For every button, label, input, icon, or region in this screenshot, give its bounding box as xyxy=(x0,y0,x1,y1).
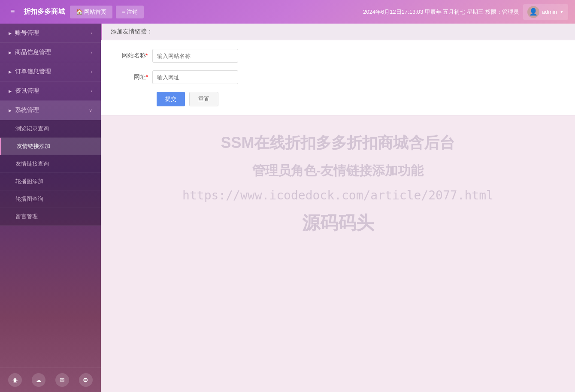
account-arrow-icon: › xyxy=(91,30,92,36)
header: ≡ 折扣多多商城 🏠 网站首页 ≡ 注销 2024年6月12日17:13:03 … xyxy=(0,0,575,24)
footer-icon-1[interactable]: ◉ xyxy=(8,373,22,387)
order-icon: ▸ xyxy=(9,68,12,75)
news-icon: ▸ xyxy=(9,87,12,94)
sidebar-item-link-query[interactable]: 友情链接查询 xyxy=(0,155,101,173)
footer-icon-3[interactable]: ✉ xyxy=(55,373,69,387)
url-label: 网址* xyxy=(114,73,152,81)
site-title: 折扣多多商城 xyxy=(24,7,65,16)
home-button[interactable]: 🏠 网站首页 xyxy=(70,6,113,18)
sidebar-item-system[interactable]: ▸ 系统管理 ∨ xyxy=(0,101,101,120)
menu-toggle-button[interactable]: ≡ xyxy=(7,6,18,18)
browse-label: 浏览记录查询 xyxy=(15,125,49,132)
header-nav: 🏠 网站首页 ≡ 注销 xyxy=(70,6,144,18)
sidebar-item-carousel-add[interactable]: 轮播图添加 xyxy=(0,173,101,190)
carousel-add-label: 轮播图添加 xyxy=(15,178,43,184)
required-star-name: * xyxy=(146,52,148,59)
link-query-label: 友情链接查询 xyxy=(15,160,49,167)
carousel-query-label: 轮播图查询 xyxy=(15,196,43,202)
sidebar-item-browse[interactable]: 浏览记录查询 xyxy=(0,120,101,138)
product-arrow-icon: › xyxy=(91,50,92,55)
sidebar-footer: ◉ ☁ ✉ ⚙ xyxy=(0,368,101,392)
form-panel-header: 添加友情链接： xyxy=(101,24,575,40)
sidebar-item-news[interactable]: ▸ 资讯管理 › xyxy=(0,81,101,101)
order-arrow-icon: › xyxy=(91,69,92,74)
footer-icon-4[interactable]: ⚙ xyxy=(79,373,93,387)
form-row-site-name: 网站名称* xyxy=(114,49,562,63)
sidebar-item-news-left: ▸ 资讯管理 xyxy=(9,87,39,95)
sidebar-item-order-left: ▸ 订单信息管理 xyxy=(9,68,51,75)
watermark-line4: 源码码头 xyxy=(109,211,566,235)
logout-button[interactable]: ≡ 注销 xyxy=(116,6,144,18)
sidebar-label-order: 订单信息管理 xyxy=(15,68,51,75)
avatar: 👤 xyxy=(527,6,539,18)
required-star-url: * xyxy=(146,73,148,80)
news-arrow-icon: › xyxy=(91,88,92,93)
sidebar-item-product-left: ▸ 商品信息管理 xyxy=(9,48,51,56)
form-panel-title: 添加友情链接： xyxy=(111,28,153,35)
header-right: 2024年6月12日17:13:03 甲辰年 五月初七 星期三 权限：管理员 👤… xyxy=(363,4,568,20)
sidebar-item-order[interactable]: ▸ 订单信息管理 › xyxy=(0,62,101,81)
dropdown-arrow-icon: ▼ xyxy=(560,9,564,14)
admin-name: admin xyxy=(542,9,557,15)
sidebar-label-system: 系统管理 xyxy=(15,106,39,114)
product-icon: ▸ xyxy=(9,49,12,56)
form-row-url: 网址* xyxy=(114,70,562,84)
sidebar-item-product[interactable]: ▸ 商品信息管理 › xyxy=(0,43,101,62)
system-icon: ▸ xyxy=(9,107,12,114)
watermark-line2: 管理员角色-友情链接添加功能 xyxy=(109,162,566,180)
watermark-area: SSM在线折扣多多折扣商城含后台 管理员角色-友情链接添加功能 https://… xyxy=(101,115,575,252)
sidebar-label-news: 资讯管理 xyxy=(15,87,39,95)
sidebar-item-system-left: ▸ 系统管理 xyxy=(9,106,39,114)
system-arrow-icon: ∨ xyxy=(89,108,92,113)
watermark-line1: SSM在线折扣多多折扣商城含后台 xyxy=(109,133,566,154)
sidebar-item-account[interactable]: ▸ 账号管理 › xyxy=(0,24,101,43)
sidebar-label-product: 商品信息管理 xyxy=(15,48,51,56)
site-name-label: 网站名称* xyxy=(114,52,152,60)
sidebar-item-account-left: ▸ 账号管理 xyxy=(9,29,39,37)
submit-button[interactable]: 提交 xyxy=(157,92,185,106)
sidebar-item-message[interactable]: 留言管理 xyxy=(0,208,101,226)
sidebar: ▸ 账号管理 › ▸ 商品信息管理 › ▸ 订单信息管理 › ▸ 资讯管理 xyxy=(0,24,101,392)
datetime-text: 2024年6月12日17:13:03 甲辰年 五月初七 星期三 权限：管理员 xyxy=(363,8,519,16)
sidebar-item-carousel-query[interactable]: 轮播图查询 xyxy=(0,190,101,208)
form-panel: 添加友情链接： 网站名称* 网址* xyxy=(101,24,575,115)
admin-info[interactable]: 👤 admin ▼ xyxy=(523,4,568,20)
reset-button[interactable]: 重置 xyxy=(189,92,218,106)
site-name-input[interactable] xyxy=(152,49,238,63)
watermark-line3: https://www.icodedock.com/article/2077.h… xyxy=(109,188,566,202)
content-area: 添加友情链接： 网站名称* 网址* xyxy=(101,24,575,392)
message-label: 留言管理 xyxy=(15,213,38,220)
header-left: ≡ 折扣多多商城 🏠 网站首页 ≡ 注销 xyxy=(7,6,144,18)
form-buttons: 提交 重置 xyxy=(114,92,562,106)
sidebar-item-link-add[interactable]: 友情链接添加 xyxy=(0,138,101,155)
sidebar-label-account: 账号管理 xyxy=(15,29,39,37)
main-layout: ▸ 账号管理 › ▸ 商品信息管理 › ▸ 订单信息管理 › ▸ 资讯管理 xyxy=(0,24,575,392)
footer-icon-2[interactable]: ☁ xyxy=(32,373,45,387)
system-submenu: 浏览记录查询 友情链接添加 友情链接查询 轮播图添加 轮播图查询 留言管理 xyxy=(0,120,101,226)
form-body: 网站名称* 网址* 提交 重置 xyxy=(101,40,575,115)
account-icon: ▸ xyxy=(9,30,12,36)
url-input[interactable] xyxy=(152,70,238,84)
link-add-label: 友情链接添加 xyxy=(17,143,50,149)
